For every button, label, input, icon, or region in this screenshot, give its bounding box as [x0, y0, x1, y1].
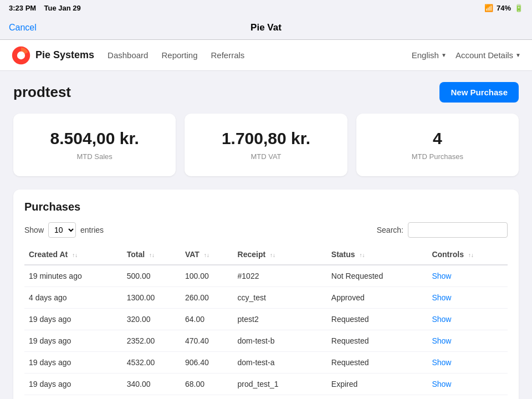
page-title-bar: Pie Vat: [250, 22, 282, 33]
language-dropdown-arrow-icon: ▼: [441, 52, 447, 58]
cell-vat: 260.00: [181, 287, 233, 309]
cancel-button[interactable]: Cancel: [9, 23, 37, 33]
cell-status: Not Requested: [327, 265, 428, 287]
cell-vat: 906.40: [181, 352, 233, 374]
cell-status: Needs Approval: [327, 395, 428, 400]
show-link[interactable]: Show: [432, 293, 451, 302]
show-link[interactable]: Show: [432, 315, 451, 324]
cell-receipt: dom-test-b: [233, 330, 327, 352]
brand: Pie Systems: [11, 45, 94, 65]
sort-icon-total: ↑↓: [149, 252, 155, 258]
show-link[interactable]: Show: [432, 380, 451, 388]
account-dropdown-arrow-icon: ▼: [515, 52, 521, 58]
status-indicators: 📶 74% 🔋: [484, 4, 523, 12]
stat-value-sales: 8.504,00 kr.: [24, 129, 165, 148]
page-title: prodtest: [13, 84, 71, 101]
status-time: 3:23 PM Tue Jan 29: [9, 4, 81, 12]
cell-vat: 100.00: [181, 265, 233, 287]
battery-percentage: 74%: [497, 4, 511, 12]
search-input[interactable]: [408, 222, 508, 238]
cell-total: 1300.00: [122, 287, 181, 309]
wifi-icon: 📶: [484, 4, 493, 12]
purchases-section-title: Purchases: [24, 201, 508, 213]
search-label: Search:: [377, 226, 403, 234]
sort-icon-vat: ↑↓: [204, 252, 209, 258]
cell-receipt: dom-android-1: [233, 395, 327, 400]
cell-control: Show: [427, 330, 508, 352]
cell-vat: 64.00: [181, 309, 233, 330]
cell-created-at: 19 days ago: [24, 352, 122, 374]
show-entries: Show 10 25 50 entries: [24, 222, 104, 238]
cell-status: Requested: [327, 330, 428, 352]
stat-label-vat: MTD VAT: [196, 152, 336, 161]
search-control: Search:: [377, 222, 508, 238]
table-body: 19 minutes ago 500.00 100.00 #1022 Not R…: [24, 265, 508, 399]
cell-control: Show: [427, 309, 508, 330]
title-bar: Cancel Pie Vat: [0, 16, 532, 40]
table-row: 19 minutes ago 500.00 100.00 #1022 Not R…: [24, 265, 508, 287]
nav-links: Dashboard Reporting Referrals: [108, 50, 244, 60]
cell-total: 320.00: [122, 309, 181, 330]
col-total[interactable]: Total ↑↓: [122, 244, 181, 265]
cell-vat: 870.80: [181, 395, 233, 400]
nav-link-reporting[interactable]: Reporting: [161, 50, 197, 60]
brand-name: Pie Systems: [35, 49, 94, 61]
cell-receipt: ptest2: [233, 309, 327, 330]
show-link[interactable]: Show: [432, 272, 451, 280]
cell-vat: 68.00: [181, 374, 233, 395]
battery-icon: 🔋: [514, 4, 523, 12]
cell-vat: 470.40: [181, 330, 233, 352]
navbar-left: Pie Systems Dashboard Reporting Referral…: [11, 45, 244, 65]
cell-total: 2352.00: [122, 330, 181, 352]
col-status[interactable]: Status ↑↓: [327, 244, 428, 265]
stat-value-vat: 1.700,80 kr.: [196, 129, 336, 148]
col-vat[interactable]: VAT ↑↓: [181, 244, 233, 265]
nav-link-dashboard[interactable]: Dashboard: [108, 50, 148, 60]
cell-created-at: 19 minutes ago: [24, 265, 122, 287]
sort-icon-created-at: ↑↓: [72, 252, 78, 258]
page-header: prodtest New Purchase: [13, 82, 519, 103]
cell-control: Show: [427, 265, 508, 287]
language-label: English: [412, 50, 439, 60]
table-row: 19 days ago 2352.00 470.40 dom-test-b Re…: [24, 330, 508, 352]
entries-label: entries: [80, 226, 104, 234]
table-row: 19 days ago 320.00 64.00 ptest2 Requeste…: [24, 309, 508, 330]
brand-logo-icon: [11, 45, 31, 65]
cell-control: Show: [427, 374, 508, 395]
show-link[interactable]: Show: [432, 336, 451, 345]
table-row: 4 days ago 1300.00 260.00 ccy_test Appro…: [24, 287, 508, 309]
show-label: Show: [24, 226, 44, 234]
main-content: prodtest New Purchase 8.504,00 kr. MTD S…: [0, 71, 532, 399]
cell-status: Requested: [327, 352, 428, 374]
cell-total: 500.00: [122, 265, 181, 287]
entries-select[interactable]: 10 25 50: [48, 222, 76, 238]
table-controls: Show 10 25 50 entries Search:: [24, 222, 508, 238]
table-row: 19 days ago 340.00 68.00 prod_test_1 Exp…: [24, 374, 508, 395]
show-link[interactable]: Show: [432, 358, 451, 367]
svg-point-1: [17, 51, 25, 59]
table-row: a month ago 4354.00 870.80 dom-android-1…: [24, 395, 508, 400]
account-dropdown[interactable]: Account Details ▼: [456, 50, 521, 60]
stat-card-sales: 8.504,00 kr. MTD Sales: [13, 114, 176, 176]
col-created-at[interactable]: Created At ↑↓: [24, 244, 122, 265]
language-dropdown[interactable]: English ▼: [412, 50, 447, 60]
sort-icon-controls: ↑↓: [468, 252, 474, 258]
purchases-table: Created At ↑↓ Total ↑↓ VAT ↑↓ Receipt ↑↓: [24, 244, 508, 399]
stat-value-purchases: 4: [367, 129, 508, 148]
stat-label-purchases: MTD Purchases: [367, 152, 508, 161]
cell-created-at: 19 days ago: [24, 309, 122, 330]
sort-icon-receipt: ↑↓: [270, 252, 275, 258]
cell-status: Approved: [327, 287, 428, 309]
cell-receipt: ccy_test: [233, 287, 327, 309]
table-header: Created At ↑↓ Total ↑↓ VAT ↑↓ Receipt ↑↓: [24, 244, 508, 265]
new-purchase-button[interactable]: New Purchase: [439, 82, 519, 103]
col-controls[interactable]: Controls ↑↓: [427, 244, 508, 265]
col-receipt[interactable]: Receipt ↑↓: [233, 244, 327, 265]
cell-control: Show: [427, 352, 508, 374]
stats-row: 8.504,00 kr. MTD Sales 1.700,80 kr. MTD …: [13, 114, 519, 176]
nav-link-referrals[interactable]: Referrals: [211, 50, 245, 60]
cell-receipt: #1022: [233, 265, 327, 287]
cell-total: 4354.00: [122, 395, 181, 400]
stat-card-purchases: 4 MTD Purchases: [356, 114, 519, 176]
cell-status: Expired: [327, 374, 428, 395]
